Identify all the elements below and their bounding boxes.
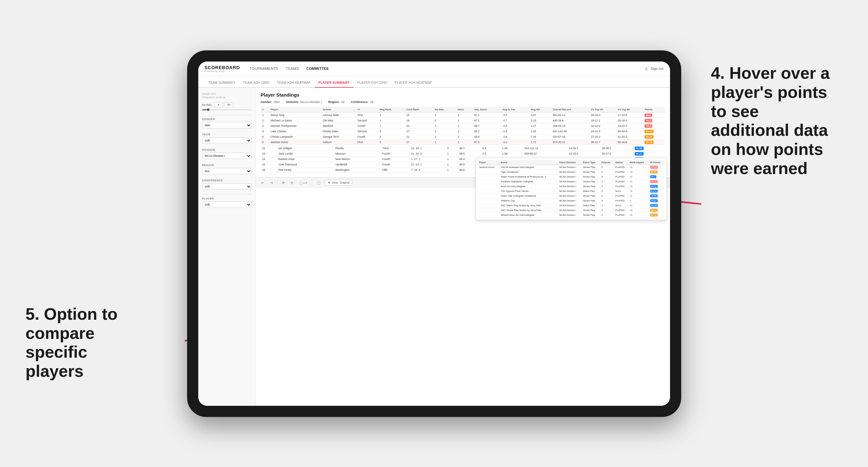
tooltip-cell-rounds: 3 (600, 175, 614, 179)
rds-min-input[interactable] (214, 102, 223, 107)
cell-vs-top50: 65-54-6 (616, 128, 643, 134)
division-select[interactable]: NCAA Division I (202, 153, 251, 159)
tooltip-cell-event: Fallen Oak Collegiate Invitational (499, 193, 558, 198)
cell-points[interactable]: 76.3 (643, 118, 664, 123)
tooltip-cell-rank-impact: +0 (628, 169, 649, 175)
sub-nav: TEAM SUMMARY TEAM H2H GRID TEAM H2H HEAT… (198, 76, 670, 88)
toolbar-clock-btn[interactable]: 🕐 (315, 180, 322, 186)
col-reg-rank: Reg Rank (378, 107, 405, 113)
tooltip-cell-type: Match Play (582, 203, 600, 208)
player-label: Player (202, 197, 251, 200)
cell-yr: Third (381, 146, 410, 151)
tooltip-header-row: Player Event Event Division Event Type R… (478, 160, 664, 165)
cell-vs-top50: 23-22-0 (616, 123, 643, 128)
cell-vs-top25: 27-10-2 (589, 134, 616, 139)
update-label: Update time: (202, 92, 216, 95)
tooltip-badge: 30.47 (650, 199, 658, 202)
tooltip-table: Player Event Event Division Event Type R… (478, 160, 664, 218)
cell-avg-sg: 2.72 (529, 139, 551, 145)
rds-max-input[interactable] (224, 102, 233, 107)
main-content: Update time: 27/01/2024 16:56:26 No Rds. (198, 88, 670, 406)
nav-link-tournaments[interactable]: TOURNAMENTS (250, 65, 278, 72)
cell-points[interactable]: 40.58 (633, 146, 665, 151)
col-conf-rank: Conf Rank (405, 107, 433, 113)
filter-gender: Gender: Men (261, 100, 280, 103)
cell-points[interactable]: 40.27 (633, 151, 665, 156)
player-select[interactable]: (All) (202, 201, 251, 208)
tooltip-cell-event: UNCW Seahawk Intercollegiate (499, 165, 558, 169)
tooltip-badge: 73.33 (650, 180, 658, 183)
sidebar-conference: Conference (All) (202, 179, 251, 190)
points-badge: 68.34 (645, 130, 653, 133)
cell-reg-rank: 1 27 2 (410, 156, 446, 162)
cell-adj-score: 67.1 (473, 112, 501, 118)
toolbar-dash-btn[interactable]: ⬚ —• (298, 180, 309, 186)
cell-num: 4 (261, 128, 269, 134)
toolbar-redo-btn[interactable]: ↪ (269, 180, 275, 186)
cell-wins: 1 (456, 139, 473, 145)
conference-select[interactable]: (All) (202, 183, 251, 190)
cell-points[interactable]: 68.2 (643, 112, 664, 118)
cell-wins: 1 (456, 112, 473, 118)
nav-link-teams[interactable]: TEAMS (286, 65, 299, 72)
cell-reg-rank: 5 (378, 128, 405, 134)
tooltip-cell-type: Stroke Play (582, 193, 600, 198)
conference-label: Conference (202, 179, 251, 182)
tooltip-cell-event: The Cypress Point Classic (499, 189, 558, 193)
cell-vs-top25: 10-12-0 (589, 123, 616, 128)
gender-label: Gender (202, 118, 251, 121)
tooltip-cell-status: PLAYED (614, 208, 628, 213)
sub-nav-player-summary[interactable]: PLAYER SUMMARY (315, 81, 353, 88)
points-badge: 40.27 (635, 152, 644, 156)
cell-player: Petr Hruby (277, 167, 334, 173)
points-badge: 40.58 (635, 147, 644, 150)
cell-points[interactable]: 70.2 (643, 123, 664, 128)
nav-link-committee[interactable]: COMMITTEE (306, 65, 329, 72)
tooltip-tbody: Jackson Koivu UNCW Seahawk Intercollegia… (478, 165, 664, 217)
annotation-top-right: 4. Hover over a player's points to see a… (711, 64, 830, 178)
year-select[interactable]: (All) (202, 137, 251, 144)
cell-school: New Mexico (334, 156, 381, 162)
sidebar-region: Region N/A (202, 163, 251, 175)
col-avg-sg: Avg SG (529, 107, 551, 113)
gender-select[interactable]: Men (202, 122, 251, 128)
cell-num: 26 (261, 167, 277, 173)
tooltip-cell-type: Stroke Play (582, 198, 600, 203)
sub-nav-team-summary[interactable]: TEAM SUMMARY (205, 81, 239, 88)
cell-adj-score: 67.5 (473, 139, 501, 145)
cell-points[interactable]: 58.18 (643, 139, 664, 145)
cell-adj-score: 67.1 (473, 118, 501, 123)
sub-nav-team-h2h-grid[interactable]: TEAM H2H GRID (239, 81, 273, 88)
cell-points[interactable]: 68.34 (643, 128, 664, 134)
cell-avg-to-par: -0.8 (480, 146, 501, 151)
sub-nav-player-h2h-grid[interactable]: PLAYER H2H GRID (353, 81, 391, 88)
tooltip-cell-w-points: 16.50 (649, 193, 664, 198)
tooltip-row: Fallen Oak Collegiate Invitational NCAA … (478, 193, 664, 198)
toolbar-copy-btn[interactable]: ⎘ (289, 180, 295, 186)
cell-reg-rank: 1 (378, 118, 405, 123)
tooltip-popup: Player Event Event Division Event Type R… (475, 158, 667, 220)
tooltip-cell-status: PLAYED (614, 213, 628, 217)
cell-adj-score: 68.7 (473, 123, 501, 128)
toolbar-undo-btn[interactable]: ↩ (259, 180, 266, 186)
slider-track[interactable] (202, 110, 251, 110)
sign-out-link[interactable]: Sign out (651, 67, 663, 70)
tooltip-cell-rounds: 3 (600, 169, 614, 175)
tooltip-col-division: Event Division (558, 160, 582, 165)
view-original-button[interactable]: 👁 View: Original (325, 180, 352, 186)
cell-conf-rank: 18 (405, 118, 433, 123)
sidebar-no-rds: No Rds. (202, 102, 251, 110)
cell-num: 6 (261, 139, 269, 145)
region-select[interactable]: N/A (202, 168, 251, 175)
cell-points[interactable]: 60.49 (643, 134, 664, 139)
filter-row: Gender: Men Division: NCAA Division I Re… (261, 100, 665, 103)
sub-nav-player-h2h-heatmap[interactable]: PLAYER H2H HEATMAP (391, 81, 436, 88)
cell-overall-record: 509-68-22 (523, 151, 567, 156)
tooltip-cell-w-points: 40.7 (649, 175, 664, 179)
standings-title: Player Standings (261, 92, 665, 97)
sub-nav-team-h2h-heatmap[interactable]: TEAM H2H HEATMAP (273, 81, 315, 88)
sidebar-player: Player (All) (202, 197, 251, 208)
toolbar-refresh-btn[interactable]: ⟳ (280, 180, 286, 186)
tooltip-cell-type: Stroke Play (582, 175, 600, 179)
cell-yr: Fourth (381, 151, 410, 156)
